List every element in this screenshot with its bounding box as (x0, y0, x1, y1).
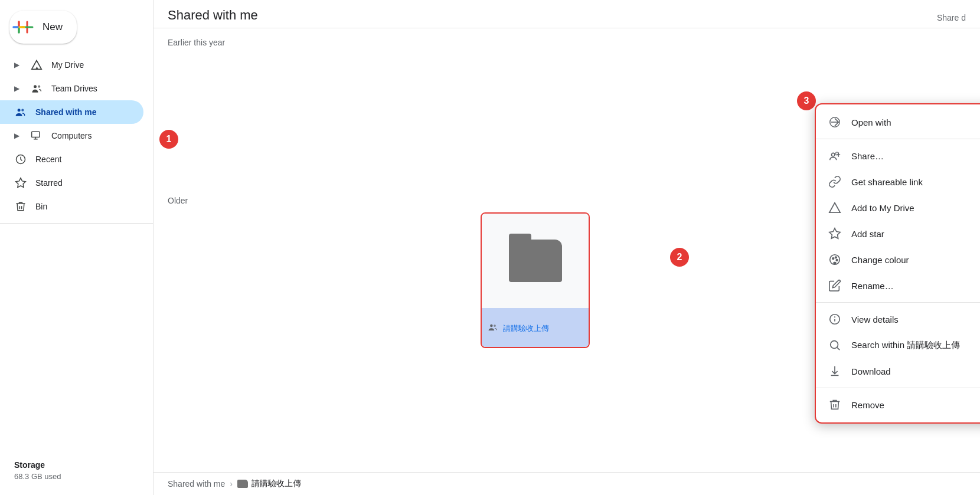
computers-icon (30, 129, 43, 142)
sidebar-item-my-drive[interactable]: ▶ ▲ My Drive (0, 53, 143, 77)
svg-point-8 (34, 85, 37, 88)
menu-item-share[interactable]: Share… (816, 143, 980, 169)
folder-icon-large (509, 240, 562, 282)
section-earlier-label: Earlier this year (168, 38, 966, 47)
svg-point-20 (832, 153, 835, 156)
add-to-drive-icon (828, 201, 842, 215)
info-icon (828, 312, 842, 326)
download-icon (828, 364, 842, 378)
plus-icon (19, 19, 35, 35)
menu-item-change-colour[interactable]: Change colour › (816, 247, 980, 273)
sidebar-item-recent[interactable]: Recent (0, 147, 143, 171)
bin-icon (14, 200, 27, 213)
menu-item-view-details[interactable]: View details (816, 306, 980, 332)
menu-divider-3 (816, 388, 980, 388)
file-card-footer: 請購驗收上傳 (482, 308, 589, 348)
recent-icon (14, 153, 27, 166)
main-content: 1 2 3 Shared with me Share d Earlier thi… (153, 0, 980, 495)
menu-item-label: Open with (851, 117, 891, 127)
shared-with-me-icon (14, 106, 27, 119)
menu-item-label: Add to My Drive (851, 203, 914, 213)
rename-icon (828, 278, 842, 293)
sidebar-item-bin[interactable]: Bin (0, 195, 143, 218)
sidebar-item-computers[interactable]: ▶ Computers (0, 124, 143, 147)
svg-point-28 (836, 260, 838, 261)
my-drive-arrow: ▶ (14, 61, 19, 69)
menu-item-get-link[interactable]: Get shareable link (816, 169, 980, 195)
sidebar-item-label: My Drive (51, 60, 84, 70)
svg-marker-16 (16, 178, 26, 188)
svg-point-11 (21, 109, 24, 112)
menu-item-label: Change colour (851, 255, 909, 265)
menu-item-download[interactable]: Download (816, 358, 980, 384)
sidebar-item-label: Shared with me (35, 107, 96, 117)
storage-title: Storage (14, 460, 139, 470)
file-card-preview (482, 214, 589, 308)
breadcrumb-current: 請購驗收上傳 (237, 478, 301, 489)
new-button[interactable]: New (9, 11, 77, 44)
svg-point-10 (18, 109, 21, 112)
menu-item-remove[interactable]: Remove (816, 392, 980, 418)
sidebar-item-label: Starred (35, 178, 63, 188)
palette-icon (828, 253, 842, 267)
svg-line-33 (837, 348, 839, 350)
add-star-icon (828, 227, 842, 241)
content-header: Shared with me Share d (153, 0, 980, 28)
breadcrumb-folder-icon (237, 480, 248, 488)
team-drives-arrow: ▶ (14, 84, 19, 93)
link-icon (828, 175, 842, 189)
sidebar: New ▶ ▲ My Drive ▶ (0, 0, 153, 495)
step-badge-3: 3 (797, 91, 816, 110)
sidebar-item-label: Recent (35, 155, 61, 164)
sidebar-item-label: Team Drives (51, 84, 97, 93)
svg-text:▲: ▲ (35, 65, 39, 70)
share-icon (828, 149, 842, 163)
file-name: 請購驗收上傳 (503, 323, 549, 334)
breadcrumb-parent[interactable]: Shared with me (168, 479, 225, 489)
open-with-icon (828, 115, 842, 129)
storage-section: Storage 68.3 GB used (0, 451, 153, 490)
new-button-label: New (43, 21, 63, 33)
svg-point-32 (831, 341, 838, 349)
folder-shared-icon (488, 322, 498, 335)
menu-item-label: Rename… (851, 281, 894, 291)
menu-item-label: View details (851, 314, 899, 324)
menu-divider-2 (816, 302, 980, 303)
menu-item-label: Download (851, 366, 891, 376)
step-badge-1: 1 (159, 130, 178, 149)
svg-point-9 (38, 86, 40, 88)
step-badge-2: 2 (670, 248, 689, 267)
breadcrumb-current-name: 請購驗收上傳 (251, 478, 301, 489)
storage-used: 68.3 GB used (14, 472, 139, 481)
menu-item-label: Search within 請購驗收上傳 (851, 340, 960, 351)
menu-item-add-star[interactable]: Add star (816, 221, 980, 247)
sidebar-item-shared-with-me[interactable]: Shared with me (0, 100, 143, 124)
menu-item-label: Add star (851, 229, 884, 239)
svg-point-27 (835, 257, 837, 258)
menu-item-label: Share… (851, 151, 884, 161)
svg-point-26 (832, 258, 834, 260)
menu-item-rename[interactable]: Rename… (816, 273, 980, 299)
sidebar-item-starred[interactable]: Starred (0, 171, 143, 195)
menu-item-open-with[interactable]: Open with › (816, 109, 980, 135)
header-right: Share d (937, 13, 966, 22)
computers-arrow: ▶ (14, 132, 19, 140)
file-card[interactable]: 請購驗收上傳 (481, 212, 590, 348)
menu-divider-1 (816, 139, 980, 139)
svg-marker-24 (829, 228, 840, 238)
menu-item-search-within[interactable]: Search within 請購驗收上傳 (816, 332, 980, 358)
sidebar-divider (0, 223, 153, 224)
sidebar-item-team-drives[interactable]: ▶ Team Drives (0, 77, 143, 100)
sidebar-item-label: Bin (35, 202, 47, 211)
starred-icon (14, 176, 27, 189)
svg-point-18 (494, 324, 496, 327)
menu-item-label: Get shareable link (851, 177, 923, 187)
my-drive-icon: ▲ (30, 58, 43, 71)
remove-icon (828, 398, 842, 412)
menu-item-add-to-drive[interactable]: Add to My Drive (816, 195, 980, 221)
share-date-label: Share d (937, 13, 966, 22)
menu-item-label: Remove (851, 400, 884, 410)
context-menu: Open with › Share… (815, 103, 980, 424)
breadcrumb-separator: › (230, 479, 233, 489)
breadcrumb: Shared with me › 請購驗收上傳 (153, 472, 980, 495)
